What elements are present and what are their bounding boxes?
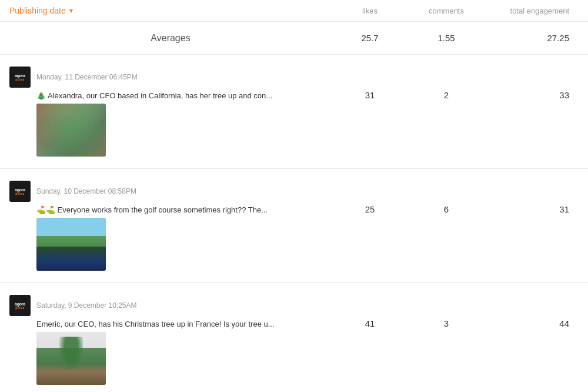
likes-column-header: likes bbox=[332, 6, 408, 15]
post-date: Sunday, 10 December 08:58PM bbox=[36, 187, 136, 195]
post-comments: 2 bbox=[408, 67, 485, 100]
post-header-3: agora pulse Saturday, 9 December 10:25AM bbox=[9, 295, 332, 316]
post-engagement: 33 bbox=[485, 67, 579, 100]
averages-engagement: 27.25 bbox=[485, 33, 579, 43]
avatar: agora pulse bbox=[9, 295, 31, 316]
publishing-date-label: Publishing date bbox=[9, 6, 66, 15]
post-image bbox=[36, 104, 106, 157]
engagement-column-header: total engagement bbox=[485, 6, 579, 15]
table-header: Publishing date ▾ likes comments total e… bbox=[0, 0, 588, 22]
post-text: ⛳⛳ Everyone works from the golf course s… bbox=[36, 205, 332, 214]
content-table: Publishing date ▾ likes comments total e… bbox=[0, 0, 588, 392]
post-comments: 6 bbox=[408, 181, 485, 214]
post-content-2: agora pulse Sunday, 10 December 08:58PM … bbox=[9, 181, 332, 271]
post-likes: 25 bbox=[332, 181, 408, 214]
post-row: agora pulse Monday, 11 December 06:45PM … bbox=[0, 55, 588, 169]
averages-row: Averages 25.7 1.55 27.25 bbox=[0, 22, 588, 55]
post-header-1: agora pulse Monday, 11 December 06:45PM bbox=[9, 67, 332, 88]
post-content-1: agora pulse Monday, 11 December 06:45PM … bbox=[9, 67, 332, 157]
post-likes: 31 bbox=[332, 67, 408, 100]
publishing-date-column-header: Publishing date ▾ bbox=[9, 6, 332, 15]
post-content-3: agora pulse Saturday, 9 December 10:25AM… bbox=[9, 295, 332, 385]
averages-likes: 25.7 bbox=[332, 33, 408, 43]
avatar: agora pulse bbox=[9, 67, 31, 88]
post-image bbox=[36, 218, 106, 271]
post-image-content bbox=[36, 104, 106, 157]
post-comments: 3 bbox=[408, 295, 485, 328]
post-header-2: agora pulse Sunday, 10 December 08:58PM bbox=[9, 181, 332, 202]
post-image-content bbox=[36, 332, 106, 385]
post-text: 🎄 Alexandra, our CFO based in California… bbox=[36, 91, 332, 100]
post-text: Emeric, our CEO, has his Christmas tree … bbox=[36, 320, 332, 328]
post-image bbox=[36, 332, 106, 385]
post-row: agora pulse Sunday, 10 December 08:58PM … bbox=[0, 169, 588, 283]
post-engagement: 44 bbox=[485, 295, 579, 328]
post-date: Saturday, 9 December 10:25AM bbox=[36, 301, 137, 310]
chevron-down-icon: ▾ bbox=[69, 6, 73, 15]
post-image-content bbox=[36, 218, 106, 271]
averages-comments: 1.55 bbox=[408, 33, 485, 43]
post-likes: 41 bbox=[332, 295, 408, 328]
post-row: agora pulse Saturday, 9 December 10:25AM… bbox=[0, 283, 588, 392]
averages-label: Averages bbox=[9, 33, 332, 44]
comments-column-header: comments bbox=[408, 6, 485, 15]
post-engagement: 31 bbox=[485, 181, 579, 214]
publishing-date-sort-button[interactable]: Publishing date ▾ bbox=[9, 6, 332, 15]
post-date: Monday, 11 December 06:45PM bbox=[36, 73, 138, 81]
avatar: agora pulse bbox=[9, 181, 31, 202]
